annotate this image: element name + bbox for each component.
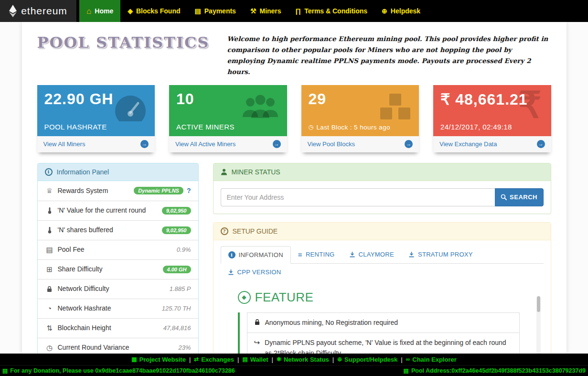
footer-link-chain-explorer[interactable]: ∞ Chain Explorer: [406, 356, 457, 363]
setup-guide-title: SETUP GUIDE: [233, 227, 278, 235]
rewards-help-link[interactable]: ?: [187, 187, 191, 194]
info-row-pool-fee: ▤ Pool Fee 0.9%: [38, 240, 198, 259]
brand-link[interactable]: ethereum: [0, 0, 76, 22]
info-icon: i: [228, 251, 235, 258]
page-body: POOL STATISTICS Welcome to high performa…: [0, 22, 588, 354]
support-icon: ⊕: [382, 8, 387, 14]
nav-label: Miners: [259, 7, 281, 15]
miner-address-input[interactable]: [221, 188, 495, 206]
tab-renting[interactable]: ≡ RENTING: [291, 246, 342, 263]
information-panel: i Information Panel ♕ Rewards System Dyn…: [37, 163, 199, 354]
clock-icon: ◷: [45, 344, 54, 352]
pool-hashrate-value: 22.90 GH: [44, 90, 148, 108]
footer: ▦ Project Website | ⇄ Exchanges | ▤ Wall…: [0, 354, 588, 376]
nav-item-blocks-found[interactable]: ◈ Blocks Found: [120, 0, 187, 22]
footer-link-network-status[interactable]: ✱ Network Status: [277, 356, 329, 363]
welcome-text: Welcome to high performance Ethereum min…: [227, 33, 551, 77]
download-icon: [349, 251, 355, 258]
ethereum-logo-icon: [9, 5, 17, 17]
nav-label: Home: [95, 7, 113, 15]
wallet-icon: ▤: [242, 356, 247, 362]
footer-link-project-website[interactable]: ▦ Project Website: [131, 356, 186, 363]
arrow-circle-right-icon[interactable]: →: [405, 140, 413, 148]
information-tab-content: ◆ FEATURE Anonymous mining, No Registrat…: [221, 290, 544, 354]
info-row-blockchain-height: ⇅ Blockchain Height 47,84,816: [38, 318, 198, 338]
view-pool-blocks-link[interactable]: View Pool Blocks: [308, 140, 355, 148]
clipboard-icon: ▤: [2, 368, 8, 374]
rewards-system-badge: Dynamic PPLNS: [134, 187, 183, 194]
view-all-active-miners-link[interactable]: View All Active Miners: [175, 140, 235, 148]
download-icon: [408, 251, 415, 258]
brand-name: ethereum: [21, 5, 67, 17]
tab-information[interactable]: i INFORMATION: [221, 246, 291, 264]
trophy-icon: ♕: [45, 186, 54, 195]
network-difficulty-value: 1.885 P: [170, 285, 191, 292]
nav-label: Helpdesk: [391, 7, 420, 15]
blockchain-height-value: 47,84,816: [163, 324, 191, 332]
footer-links: ▦ Project Website | ⇄ Exchanges | ▤ Wall…: [0, 354, 588, 365]
credit-card-icon: ▤: [195, 8, 201, 14]
wallet-icon: ▤: [404, 368, 409, 374]
info-row-share-difficulty: ⊞ Share Difficulty 4.00 GH: [38, 259, 198, 279]
miner-status-title: MINER STATUS: [232, 168, 280, 176]
snowflake-icon: ✱: [277, 356, 281, 362]
miner-status-header: MINER STATUS: [214, 163, 551, 181]
tab-claymore[interactable]: CLAYMORE: [342, 246, 401, 263]
card-pool-hashrate: 22.90 GH POOL HASHRATE View All Miners →: [37, 85, 155, 152]
scrollbar[interactable]: [536, 296, 541, 354]
tab-label: STRATUM PROXY: [418, 251, 473, 258]
footer-link-wallet[interactable]: ▤ Wallet: [242, 356, 268, 363]
content-sheet: POOL STATISTICS Welcome to high performa…: [22, 22, 567, 354]
home-icon: ⌂: [86, 7, 91, 15]
view-exchange-data-link[interactable]: View Exchange Data: [439, 140, 497, 148]
exchange-timestamp: 24/12/2017, 02:49:18: [440, 123, 544, 131]
tab-cpp-version[interactable]: CPP VERSION: [221, 264, 289, 280]
scrollbar-thumb[interactable]: [537, 296, 540, 312]
nav-item-payments[interactable]: ▤ Payments: [188, 0, 243, 22]
separator: |: [272, 356, 273, 363]
bank-icon: ∏: [296, 8, 301, 14]
separator: |: [237, 356, 239, 363]
download-icon: [228, 269, 234, 275]
setup-guide-header: ? SETUP GUIDE: [214, 223, 551, 240]
thermometer-icon: [45, 207, 54, 214]
ethereum-circle-icon: ◆: [238, 291, 251, 304]
information-panel-title: Information Panel: [57, 168, 109, 176]
nav-item-terms[interactable]: ∏ Terms & Conditions: [289, 0, 375, 22]
view-all-miners-link[interactable]: View All Miners: [43, 140, 86, 148]
feature-list: Anonymous mining, No Registration requir…: [238, 312, 520, 354]
card-active-miners: 10 ACTIVE MINERS View All Active Miners …: [169, 85, 287, 152]
active-miners-label: ACTIVE MINERS: [176, 123, 280, 131]
separator: |: [189, 356, 191, 363]
last-block-label: Last Block : 5 hours ago: [316, 124, 390, 131]
nav-item-helpdesk[interactable]: ⊕ Helpdesk: [374, 0, 428, 22]
info-row-rewards-system: ♕ Rewards System Dynamic PPLNS ?: [38, 181, 198, 201]
information-panel-header: i Information Panel: [38, 163, 198, 181]
setup-guide-panel: ? SETUP GUIDE i INFORMATION ≡ RENTING: [213, 222, 551, 354]
top-navbar: ethereum ⌂ Home ◈ Blocks Found ▤ Payment…: [0, 0, 588, 22]
tab-label: RENTING: [306, 251, 335, 258]
support-icon: ⊕: [337, 356, 342, 362]
tab-stratum-proxy[interactable]: STRATUM PROXY: [401, 246, 480, 263]
coins-icon: ◈: [128, 8, 133, 14]
mobile-icon: ▦: [131, 356, 137, 362]
setup-guide-tabs: i INFORMATION ≡ RENTING CLAY: [221, 246, 544, 264]
share-difficulty-badge: 4.00 GH: [163, 266, 191, 273]
card-blocks: 29 ◷ Last Block : 5 hours ago View Pool …: [301, 85, 419, 152]
round-variance-value: 23%: [178, 344, 191, 351]
exchange-value: ₹ 48,661.21: [440, 90, 544, 108]
arrow-circle-right-icon[interactable]: →: [140, 140, 149, 148]
tab-label: CPP VERSION: [237, 269, 281, 276]
feature-item-anonymous: Anonymous mining, No Registration requir…: [247, 312, 520, 333]
info-row-round-variance: ◷ Current Round Variance 23%: [38, 338, 198, 354]
arrow-circle-right-icon[interactable]: →: [273, 140, 281, 148]
search-button[interactable]: SEARCH: [495, 188, 544, 206]
pool-fee-value: 0.9%: [177, 246, 191, 253]
footer-link-exchanges[interactable]: ⇄ Exchanges: [194, 356, 234, 363]
donation-text: ▤ For any Donation, Please use 0x9dbe1ca…: [2, 367, 235, 374]
footer-link-support-helpdesk[interactable]: ⊕ Support/Helpdesk: [337, 356, 397, 363]
money-bill-icon: ▤: [45, 246, 54, 254]
nav-item-home[interactable]: ⌂ Home: [79, 0, 120, 22]
nav-item-miners[interactable]: ⚒ Miners: [243, 0, 289, 22]
arrow-circle-right-icon[interactable]: →: [537, 140, 545, 148]
